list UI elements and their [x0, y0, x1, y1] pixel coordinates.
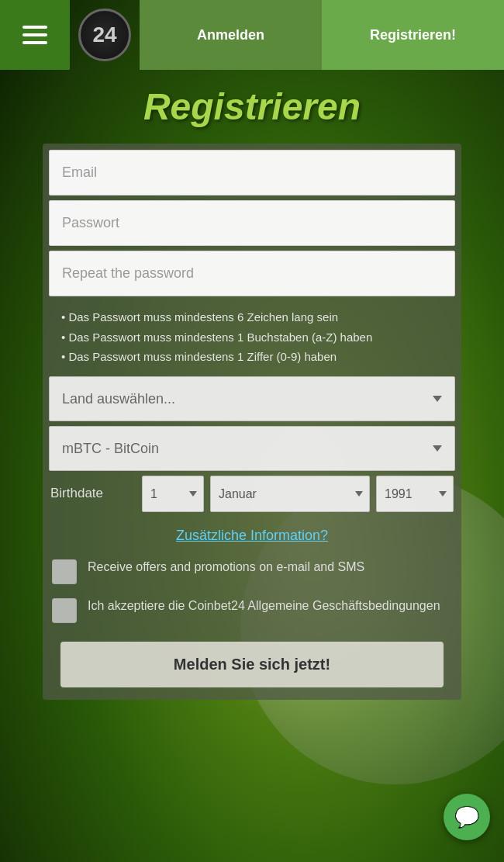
offers-label: Receive offers and promotions on e-mail …	[88, 558, 364, 576]
repeat-password-field[interactable]	[49, 251, 455, 296]
terms-checkbox[interactable]	[52, 598, 77, 623]
logo: 24	[70, 0, 140, 70]
header-nav: Anmelden Registrieren!	[140, 0, 504, 70]
birthdate-month-select[interactable]: JanuarFebruarMärz AprilMaiJuni JuliAugus…	[210, 476, 370, 512]
anmelden-button[interactable]: Anmelden	[140, 0, 322, 70]
birthdate-year-select[interactable]: 1991199019851980 1975197019651960	[376, 476, 454, 512]
terms-checkbox-row: Ich akzeptiere die Coinbet24 Allgemeine …	[49, 590, 455, 629]
email-field[interactable]	[49, 150, 455, 196]
page-title: Registrieren	[0, 85, 504, 128]
additional-info-link[interactable]: Zusätzliche Information?	[176, 528, 328, 543]
page-title-wrap: Registrieren	[0, 70, 504, 136]
terms-label: Ich akzeptiere die Coinbet24 Allgemeine …	[88, 597, 440, 615]
additional-info-section: Zusätzliche Information?	[49, 517, 455, 552]
offers-checkbox[interactable]	[52, 559, 77, 584]
submit-button[interactable]: Melden Sie sich jetzt!	[60, 642, 444, 687]
password-hint-2: Das Passwort muss mindestens 1 Buchstabe…	[61, 327, 447, 348]
header: 24 Anmelden Registrieren!	[0, 0, 504, 70]
password-hint-1: Das Passwort muss mindestens 6 Zeichen l…	[61, 307, 447, 327]
logo-circle: 24	[78, 9, 131, 61]
hamburger-icon	[22, 26, 47, 44]
currency-select[interactable]: mBTC - BitCoin EUR - Euro USD - Dollar	[49, 426, 455, 471]
registration-form: Das Passwort muss mindestens 6 Zeichen l…	[43, 144, 461, 700]
registrieren-button[interactable]: Registrieren!	[322, 0, 504, 70]
country-select[interactable]: Land auswählen... Deutschland Österreich…	[49, 376, 455, 421]
menu-button[interactable]	[0, 0, 70, 70]
password-hint-3: Das Passwort muss mindestens 1 Ziffer (0…	[61, 347, 447, 367]
birthdate-row: Birthdate 12345 678910 1112131415 161718…	[49, 476, 455, 512]
birthdate-day-select[interactable]: 12345 678910 1112131415 1617181920 21222…	[142, 476, 204, 512]
password-field[interactable]	[49, 200, 455, 246]
offers-checkbox-row: Receive offers and promotions on e-mail …	[49, 552, 455, 590]
birthdate-label: Birthdate	[50, 486, 136, 501]
password-hints: Das Passwort muss mindestens 6 Zeichen l…	[49, 301, 455, 376]
chat-bubble[interactable]	[444, 794, 490, 840]
